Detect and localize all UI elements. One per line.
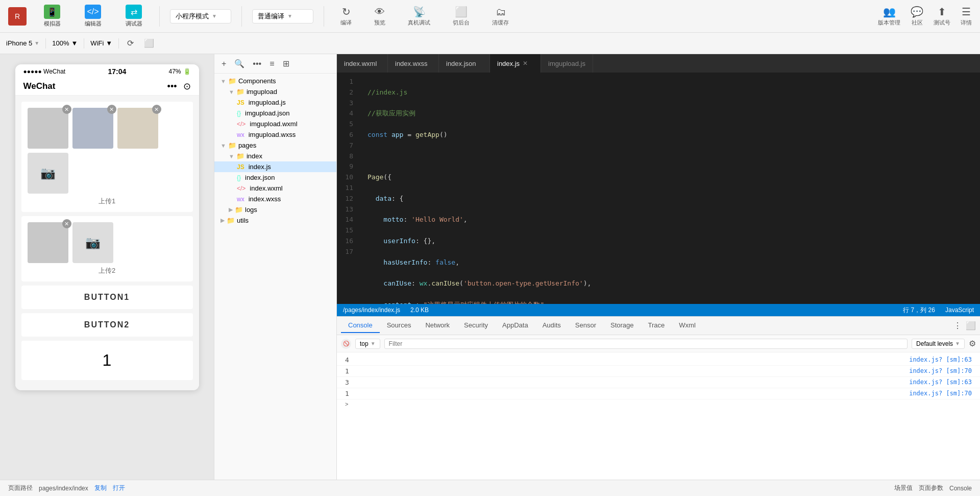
editor-button[interactable]: </> 编辑器 [78,3,108,30]
code-line-5: Page({ [359,172,980,183]
tree-item-imgupload-js[interactable]: JS imgupload.js [214,97,336,108]
tab-index-wxss[interactable]: index.wxss [388,54,439,73]
bottom-console-label[interactable]: Console [949,485,972,492]
upload-section-2: ✕ 📷 上传2 [21,216,193,281]
file-add-icon[interactable]: + [219,58,228,69]
console-levels-select[interactable]: Default levels ▼ [912,339,965,349]
bottom-bar: 页面路径 pages/index/index 复制 打开 场景值 页面参数 Co… [0,480,980,496]
tree-item-imgupload-wxml[interactable]: </> imgupload.wxml [214,119,336,129]
remote-debug-button[interactable]: 📡 真机调试 [402,4,436,29]
zoom-select[interactable]: 100% ▼ [52,39,78,47]
test-button[interactable]: ⬆ 测试号 [934,6,950,27]
devtools-tab-console[interactable]: Console [341,318,380,333]
upload-camera-2[interactable]: 📷 [72,222,113,263]
network-select[interactable]: WiFi ▼ [90,39,112,47]
devtools-tab-network[interactable]: Network [418,318,457,333]
file-toggle-icon[interactable]: ⊞ [281,58,291,69]
tree-item-index-json[interactable]: {} index.json [214,172,336,183]
console-settings-icon[interactable]: ⚙ [969,339,976,348]
devtools-more-icon[interactable]: ⋮ [953,321,962,330]
preview-button[interactable]: 👁 预览 [368,4,391,29]
remove-btn-4[interactable]: ✕ [62,219,71,228]
tree-item-index-folder[interactable]: ▼ 📁 index [214,151,336,161]
devtools-expand-icon[interactable]: ⬜ [966,321,976,330]
test-label: 测试号 [934,19,950,27]
remove-btn-3[interactable]: ✕ [152,105,161,114]
code-line-8: userInfo: {}, [359,236,980,247]
tree-label-logs: logs [245,206,257,214]
community-button[interactable]: 💬 社区 [911,6,923,27]
rotate-icon[interactable]: ⟳ [125,36,136,50]
folder-icon-pages: 📁 [228,141,236,149]
tree-item-index-wxml[interactable]: </> index.wxml [214,183,336,194]
console-clear-btn[interactable]: 🚫 [341,339,351,349]
cut-button[interactable]: ⬜ 切后台 [447,4,476,29]
upload-images-1: ✕ ✕ ✕ 📷 [28,108,187,194]
clear-button[interactable]: 🗂 清缓存 [486,4,515,29]
devtools-tab-wxml[interactable]: Wxml [672,318,703,333]
tree-item-imgupload-wxss[interactable]: wx imgupload.wxss [214,129,336,140]
upload-camera-1[interactable]: 📷 [28,153,68,194]
top-toolbar: R 📱 模拟器 </> 编辑器 ⇄ 调试器 小程序模式 ▼ 普通编译 ▼ ↻ 编… [0,0,980,33]
upload-thumb-3: ✕ [117,108,158,149]
mode-select[interactable]: 小程序模式 ▼ [170,9,231,23]
tab-index-json[interactable]: index.json [439,54,490,73]
devtools-tab-trace[interactable]: Trace [641,318,672,333]
console-prompt-icon: > [345,401,348,407]
tree-label-imgupload-json: imgupload.json [245,109,289,117]
tab-index-wxml[interactable]: index.wxml [337,54,388,73]
remove-btn-2[interactable]: ✕ [107,105,116,114]
file-more-icon[interactable]: ••• [251,58,263,69]
devtools-tab-storage[interactable]: Storage [603,318,641,333]
console-ref-3[interactable]: index.js? [sm]:63 [909,379,972,386]
console-ref-2[interactable]: index.js? [sm]:70 [909,367,972,375]
tree-item-components[interactable]: ▼ 📁 Components [214,76,336,86]
details-button[interactable]: ☰ 详情 [961,6,972,27]
phone-button2[interactable]: BUTTON2 [21,313,193,337]
compile-button[interactable]: ↻ 编译 [334,4,358,29]
open-link[interactable]: 打开 [113,484,125,492]
devtools-tab-appdata[interactable]: AppData [495,318,535,333]
console-ref-4[interactable]: index.js? [sm]:70 [909,390,972,397]
tree-item-index-js[interactable]: JS index.js [214,161,336,172]
tree-item-pages[interactable]: ▼ 📁 pages [214,140,336,151]
tab-close-index-js[interactable]: ✕ [523,60,528,67]
frame-icon[interactable]: ⬜ [142,36,156,50]
copy-link[interactable]: 复制 [94,484,107,492]
file-sort-icon[interactable]: ≡ [267,58,276,69]
tab-index-js[interactable]: index.js ✕ [490,54,541,73]
devtools-tab-audits[interactable]: Audits [535,318,568,333]
version-button[interactable]: 👥 版本管理 [878,6,900,27]
tree-item-imgupload[interactable]: ▼ 📁 imgupload [214,86,336,97]
console-ref-1[interactable]: index.js? [sm]:63 [909,356,972,364]
zoom-arrow-icon: ▼ [71,39,78,47]
remove-btn-1[interactable]: ✕ [62,105,71,114]
debugger-button[interactable]: ⇄ 调试器 [118,3,149,30]
console-context-select[interactable]: top ▼ [355,339,380,349]
tabs-bar: index.wxml index.wxss index.json index.j… [337,54,980,73]
tree-item-logs[interactable]: ▶ 📁 logs [214,204,336,215]
page-path-value: pages/index/index [39,485,88,492]
tree-item-index-wxss[interactable]: wx index.wxss [214,194,336,204]
device-select[interactable]: iPhone 5 ▼ [6,39,39,47]
phone-button1[interactable]: BUTTON1 [21,286,193,309]
phone-signal: ●●●●● WeChat [23,68,66,75]
devtools-tab-sources[interactable]: Sources [380,318,419,333]
simulator-button[interactable]: 📱 模拟器 [37,3,67,30]
wechat-menu-icon[interactable]: ••• [167,81,177,92]
debugger-label: 调试器 [126,20,142,28]
code-file-path: /pages/index/index.js [343,306,400,314]
code-content: //index.js //获取应用实例 const app = getApp()… [359,73,980,304]
file-search-icon[interactable]: 🔍 [232,58,247,69]
tab-imgupload-js[interactable]: imgupload.js [541,54,593,73]
wechat-record-icon[interactable]: ⊙ [183,81,191,92]
tree-label-index-wxss: index.wxss [249,195,281,203]
devtools-tab-security[interactable]: Security [457,318,495,333]
compile-select[interactable]: 普通编译 ▼ [252,9,313,23]
remote-debug-icon: 📡 [413,6,426,18]
console-filter-input[interactable] [384,339,908,349]
tree-item-imgupload-json[interactable]: {} imgupload.json [214,108,336,119]
devtools-tab-sensor[interactable]: Sensor [568,318,603,333]
folder-expand-icon-4: ▼ [229,153,234,159]
tree-item-utils[interactable]: ▶ 📁 utils [214,215,336,226]
